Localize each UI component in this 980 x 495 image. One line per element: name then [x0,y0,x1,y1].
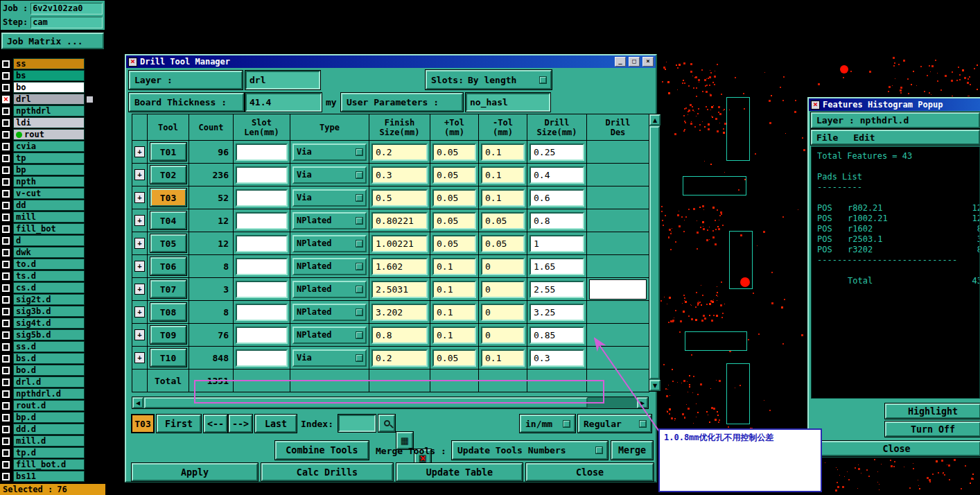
expand-row-button[interactable]: + [134,306,145,318]
slot-len-field[interactable] [236,258,288,275]
type-dropdown[interactable]: NPlated [292,212,367,229]
minus-tol-field[interactable]: 0 [481,258,525,275]
layer-row[interactable]: drl [1,94,97,105]
minus-tol-field[interactable]: 0.05 [481,235,525,252]
user-parameters-field[interactable]: no_hasl [466,93,550,112]
tool-button[interactable]: T02 [150,166,186,184]
combine-tools-button[interactable]: Combine Tools [275,441,369,460]
mode-dropdown[interactable]: Regular [578,415,651,433]
layer-label[interactable]: drl [13,94,85,105]
layer-label[interactable]: d [13,235,85,246]
layer-label[interactable]: tp.d [13,447,85,458]
layer-label[interactable]: sig4t.d [13,318,85,329]
layer-label[interactable]: ss [13,58,85,69]
layer-checkbox[interactable] [1,413,10,422]
expand-row-button[interactable]: + [134,352,145,363]
tool-button[interactable]: T07 [150,280,186,298]
layer-label[interactable]: cs.d [13,282,85,293]
layer-checkbox[interactable] [1,107,10,116]
layer-checkbox[interactable] [1,154,10,163]
layer-label[interactable]: rout [13,129,85,140]
merge-option-dropdown[interactable]: Update Tools Numbers [452,441,608,460]
expand-row-button[interactable]: + [134,261,145,272]
highlight-button[interactable]: Highlight [885,403,980,419]
layer-label[interactable]: ss.d [13,341,85,352]
layer-row[interactable]: mill [1,211,97,223]
layer-checkbox[interactable] [1,472,10,481]
tool-button[interactable]: T06 [150,257,186,275]
layer-label[interactable]: ldi [13,117,85,128]
layer-checkbox[interactable] [1,83,10,92]
slot-len-field[interactable] [236,212,288,229]
first-button[interactable]: First [157,415,201,433]
expand-row-button[interactable]: + [134,238,145,249]
layer-checkbox[interactable] [1,189,10,198]
tool-button[interactable]: T09 [150,326,186,344]
type-dropdown[interactable]: Via [292,166,367,184]
type-dropdown[interactable]: NPlated [292,235,367,252]
minus-tol-field[interactable]: 0.1 [481,166,525,184]
zoom-button[interactable] [378,415,395,432]
slot-len-field[interactable] [236,189,288,207]
layer-checkbox[interactable] [1,319,10,328]
layer-row[interactable]: npthdrl [1,105,97,116]
prev-button[interactable]: <-- [204,415,227,433]
layer-label[interactable]: bs.d [13,353,85,364]
calc-drills-button[interactable]: Calc Drills [261,463,393,481]
plus-tol-field[interactable]: 0.1 [432,327,476,344]
layer-label[interactable]: bp.d [13,412,85,423]
finish-size-field[interactable]: 1.00221 [371,235,428,252]
layer-label[interactable]: to.d [13,259,85,270]
layer-checkbox[interactable] [1,425,10,434]
layer-checkbox[interactable] [1,284,10,293]
layer-checkbox[interactable] [1,130,10,139]
slot-len-field[interactable] [236,144,288,161]
layer-label[interactable]: v-cut [13,188,85,199]
layer-field[interactable]: drl [245,71,320,89]
layer-label[interactable]: rout.d [13,400,85,411]
fhp-close-button[interactable]: Close [812,441,980,456]
tool-button[interactable]: T08 [150,303,186,321]
layer-checkbox[interactable] [1,390,10,399]
layer-label[interactable]: sig5b.d [13,329,85,340]
scroll-right-button[interactable]: ▶ [637,397,648,408]
tool-button[interactable]: T10 [150,349,186,367]
layer-row[interactable]: sig2t.d [1,294,97,305]
minimize-button[interactable]: _ [615,57,626,67]
type-dropdown[interactable]: Via [292,189,367,207]
dtm-close-button[interactable]: Close [526,463,654,481]
finish-size-field[interactable]: 2.5031 [371,281,428,298]
layer-checkbox[interactable] [1,342,10,351]
maximize-button[interactable]: □ [629,57,640,67]
layer-checkbox[interactable] [1,401,10,410]
layer-label[interactable]: mill [13,211,85,223]
layer-label[interactable]: bs11 [13,471,85,482]
plus-tol-field[interactable]: 0.1 [432,258,476,275]
plus-tol-field[interactable]: 0.05 [432,144,476,161]
plus-tol-field[interactable]: 0.05 [432,166,476,184]
drill-size-field[interactable]: 1 [530,235,584,252]
minus-tol-field[interactable]: 0 [481,281,525,298]
layer-row[interactable]: rout.d [1,400,97,411]
layer-checkbox[interactable] [1,213,10,222]
menu-edit[interactable]: Edit [853,132,875,143]
merge-button[interactable]: Merge [611,441,653,460]
layer-row[interactable]: bs11 [1,471,97,482]
layer-checkbox[interactable] [1,119,10,128]
layer-row[interactable]: bs [1,70,97,81]
layer-row[interactable]: sig5b.d [1,329,97,340]
layer-row[interactable]: cs.d [1,282,97,293]
layer-row[interactable]: npth [1,176,97,187]
layer-checkbox[interactable] [1,378,10,387]
layer-checkbox[interactable] [1,449,10,458]
slots-dropdown[interactable]: Slots: By length [426,70,552,89]
dtm-titlebar[interactable]: × Drill Tool Manager _ □ × [126,55,656,68]
finish-size-field[interactable]: 1.602 [371,258,428,275]
plus-tol-field[interactable]: 0.05 [432,212,476,229]
table-v-scrollbar[interactable]: ▲ ▼ [649,114,660,392]
slot-len-field[interactable] [236,349,288,367]
expand-row-button[interactable]: + [134,329,145,340]
table-h-scrollbar[interactable]: ◀ ▶ [132,397,649,409]
drill-size-field[interactable]: 0.3 [530,349,584,367]
layer-checkbox[interactable] [1,71,10,80]
